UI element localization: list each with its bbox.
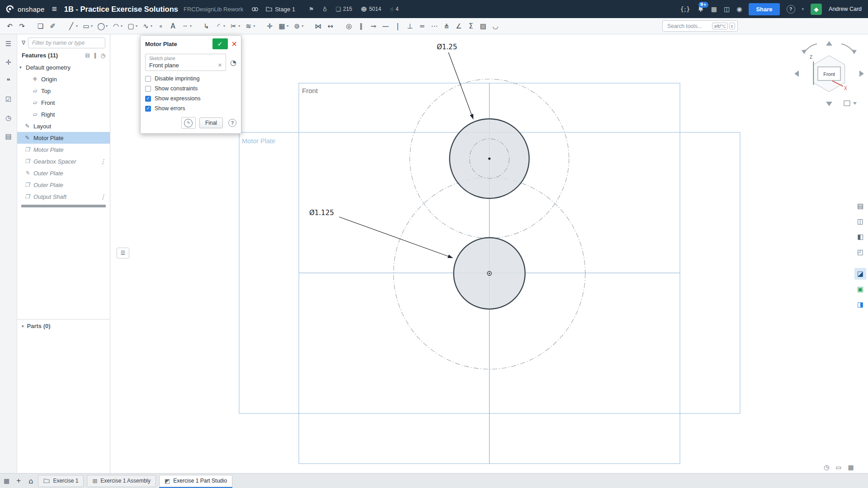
- toolbar-tool[interactable]: ┄ ▾: [179, 20, 194, 33]
- user-avatar[interactable]: ◆: [811, 4, 822, 15]
- sketch-mode-button[interactable]: ✎: [181, 117, 196, 129]
- checkbox-row[interactable]: Show constraints: [145, 85, 236, 92]
- toolbar-tool[interactable]: ∠: [453, 20, 465, 33]
- toolbar-tool[interactable]: =: [416, 20, 428, 33]
- rotate-down-arrow[interactable]: [826, 102, 832, 106]
- sketch-text-label[interactable]: Motor Plate: [242, 137, 275, 145]
- toolbar-tool[interactable]: ∿ ▾: [140, 20, 155, 33]
- chevron-down-icon[interactable]: ▾: [287, 24, 288, 28]
- filter-funnel-icon[interactable]: ∇: [22, 40, 25, 46]
- stat-item[interactable]: ♁: [323, 6, 327, 13]
- toolbar-tool[interactable]: ▦ ▾: [276, 20, 291, 33]
- toolbar-tool[interactable]: ↔: [324, 20, 336, 33]
- tree-row[interactable]: ▾ Default geometry: [17, 61, 110, 73]
- search-tools-box[interactable]: alt/⌥ c: [662, 20, 738, 32]
- toolbar-tool[interactable]: ⋯: [428, 20, 440, 33]
- features-panel-icon[interactable]: ☰: [5, 40, 11, 48]
- tree-row[interactable]: ▱ Right: [17, 108, 110, 120]
- history-icon[interactable]: ◷: [101, 52, 105, 59]
- filter-input[interactable]: [28, 38, 105, 48]
- chevron-down-icon[interactable]: ▾: [121, 24, 123, 28]
- dialog-help-icon[interactable]: ?: [228, 119, 236, 127]
- chevron-down-icon[interactable]: ▾: [151, 24, 152, 28]
- stat-item[interactable]: ⚑: [309, 6, 314, 13]
- tree-row[interactable]: ▱ Front: [17, 97, 110, 108]
- tree-row[interactable]: ▱ Top: [17, 85, 110, 97]
- chevron-down-icon[interactable]: ▾: [223, 24, 225, 28]
- chevron-down-icon[interactable]: ▾: [253, 24, 255, 28]
- parts-caret-icon[interactable]: ▾: [22, 324, 24, 328]
- tree-row[interactable]: ❒ Motor Plate: [17, 144, 110, 155]
- toolbar-tool[interactable]: ↳: [200, 20, 212, 33]
- final-button[interactable]: Final: [199, 117, 223, 128]
- link-icon[interactable]: [251, 6, 259, 12]
- toolbar-tool[interactable]: ⋈: [312, 20, 324, 33]
- toolbar-tool[interactable]: ≋ ▾: [242, 20, 257, 33]
- rotate-left-arrow[interactable]: [794, 70, 799, 77]
- chevron-down-icon[interactable]: ▾: [91, 24, 93, 28]
- tree-caret-icon[interactable]: ▾: [19, 65, 26, 70]
- toolbar-tool[interactable]: ▢ ▾: [125, 20, 140, 33]
- toolbar-tool[interactable]: ✂ ▾: [227, 20, 242, 33]
- rotate-right-arrow[interactable]: [859, 70, 864, 77]
- chevron-down-icon[interactable]: ▾: [106, 24, 108, 28]
- checkbox[interactable]: [145, 86, 151, 92]
- checkbox-row[interactable]: Show errors: [145, 105, 236, 112]
- layout-panels-icon[interactable]: ◫: [724, 5, 730, 13]
- tab-manager-icon[interactable]: ▦: [4, 477, 9, 484]
- tree-row[interactable]: ❒ Outer Plate: [17, 179, 110, 191]
- view-options-cube-icon[interactable]: [844, 101, 850, 106]
- toolbar-tool[interactable]: ╱ ▾: [65, 20, 80, 33]
- breadcrumb[interactable]: Stage 1: [266, 6, 295, 13]
- history-panel-icon[interactable]: ◷: [5, 114, 11, 122]
- tree-row[interactable]: ✎ Outer Plate: [17, 167, 110, 179]
- chevron-down-icon[interactable]: ▾: [190, 24, 192, 28]
- toolbar-tool[interactable]: ▭ ▾: [80, 20, 95, 33]
- toolbar-tool[interactable]: ◜ ▾: [212, 20, 227, 33]
- chevron-down-icon[interactable]: ▾: [302, 24, 303, 28]
- confirm-button[interactable]: ✓: [212, 38, 228, 49]
- toolbar-tool[interactable]: ⊥: [404, 20, 416, 33]
- help-icon[interactable]: ?: [787, 5, 795, 14]
- rotate-up-arrow[interactable]: [826, 41, 832, 46]
- toolbar-tool[interactable]: ∥: [355, 20, 367, 33]
- view-cube[interactable]: Front Z X: [786, 35, 868, 111]
- toolbar-tool[interactable]: ↷: [16, 20, 28, 33]
- toolbar-tool[interactable]: ◠ ▾: [110, 20, 125, 33]
- tree-row[interactable]: ✎ Layout: [17, 120, 110, 132]
- stat-item[interactable]: ☝ 4: [390, 6, 399, 13]
- tasks-panel-icon[interactable]: ☑: [5, 95, 11, 103]
- center-point-top[interactable]: [488, 157, 491, 160]
- toolbar-tool[interactable]: ⊚ ▾: [291, 20, 306, 33]
- toolbar-tool[interactable]: —: [379, 20, 392, 33]
- learning-center-icon[interactable]: ◉: [736, 5, 742, 13]
- tree-row[interactable]: ✎ Motor Plate: [17, 132, 110, 144]
- tree-row[interactable]: ❒ Gearbox Spacer ⋮: [17, 155, 110, 167]
- toolbar-tool[interactable]: ▨: [477, 20, 489, 33]
- selection-panel-icon[interactable]: ✛: [5, 58, 11, 66]
- rotate-cw-icon[interactable]: [841, 44, 854, 52]
- kebab-menu-icon[interactable]: ⋮: [100, 193, 106, 200]
- checkbox[interactable]: [145, 96, 151, 102]
- cancel-icon[interactable]: ✕: [231, 40, 237, 48]
- rollback-bar[interactable]: [21, 205, 106, 207]
- share-button[interactable]: Share: [749, 3, 779, 15]
- rotate-ccw-icon[interactable]: [804, 44, 817, 52]
- tree-row[interactable]: ❒ Output Shaft ⋮: [17, 191, 110, 202]
- clear-selection-icon[interactable]: ✕: [218, 62, 222, 68]
- toolbar-tool[interactable]: ◡: [489, 20, 501, 33]
- dimension-top-label[interactable]: Ø1.25: [437, 43, 457, 51]
- chevron-down-icon[interactable]: ▾: [76, 24, 78, 28]
- checkbox[interactable]: [145, 106, 151, 112]
- checkbox-row[interactable]: Show expressions: [145, 95, 236, 102]
- checkbox[interactable]: [145, 76, 151, 82]
- onshape-logo[interactable]: onshape: [5, 5, 45, 14]
- checkbox-row[interactable]: Disable imprinting: [145, 75, 236, 82]
- comments-panel-icon[interactable]: ❝: [6, 77, 10, 85]
- performance-icon[interactable]: ◷: [824, 464, 829, 471]
- view-options-caret-icon[interactable]: [853, 102, 857, 105]
- dimension-bottom-label[interactable]: Ø1.125: [309, 209, 334, 217]
- toolbar-tool[interactable]: ⊸: [367, 20, 379, 33]
- display-settings-icon[interactable]: ▭: [835, 464, 841, 471]
- insert-feature-icon[interactable]: ⊟: [85, 52, 90, 59]
